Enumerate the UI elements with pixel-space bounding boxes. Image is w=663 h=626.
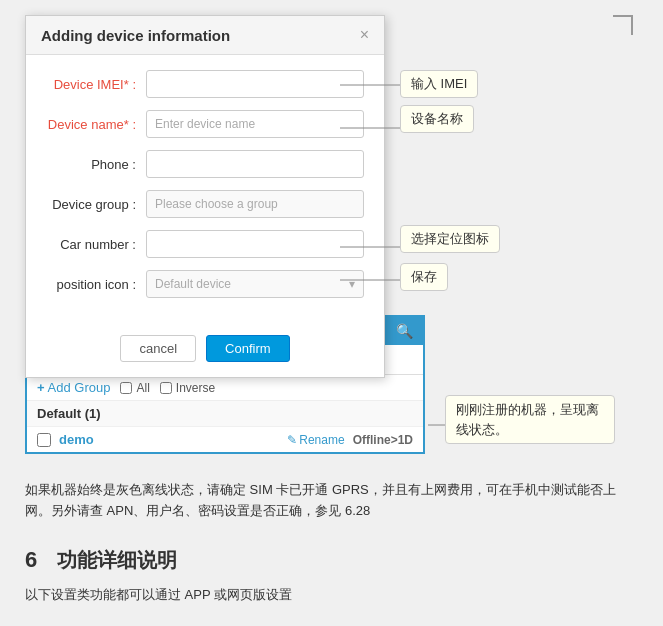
device-name-input[interactable] — [146, 110, 364, 138]
position-icon-row: position icon : Default device ▾ — [46, 270, 364, 298]
car-number-row: Car number : — [46, 230, 364, 258]
bottom-text-area: 如果机器始终是灰色离线状态，请确定 SIM 卡已开通 GPRS，并且有上网费用，… — [25, 480, 638, 606]
imei-input[interactable] — [146, 70, 364, 98]
device-group-placeholder: Please choose a group — [155, 197, 278, 211]
device-item-checkbox[interactable] — [37, 433, 51, 447]
position-icon-callout-text: 选择定位图标 — [411, 231, 489, 246]
section-number: 6 — [25, 542, 37, 577]
modal-body: Device IMEI* : Device name* : Phone : De… — [26, 55, 384, 325]
device-group-label: Device group : — [46, 197, 146, 212]
position-icon-value: Default device — [155, 277, 231, 291]
device-status: Offline>1D — [353, 433, 413, 447]
position-icon-callout: 选择定位图标 — [400, 225, 500, 253]
plus-icon: + — [37, 380, 45, 395]
device-name-label: Device name* : — [46, 117, 146, 132]
position-icon-label: position icon : — [46, 277, 146, 292]
device-group-header: Default (1) — [27, 401, 423, 426]
add-group-button[interactable]: + Add Group — [37, 380, 110, 395]
inverse-label: Inverse — [176, 381, 215, 395]
position-icon-select[interactable]: Default device ▾ — [146, 270, 364, 298]
corner-decoration — [613, 15, 633, 35]
group-name: Default — [37, 406, 81, 421]
phone-input[interactable] — [146, 150, 364, 178]
all-label: All — [136, 381, 149, 395]
save-callout: 保存 — [400, 263, 448, 291]
imei-label: Device IMEI* : — [46, 77, 146, 92]
phone-label: Phone : — [46, 157, 146, 172]
device-group-select[interactable]: Please choose a group — [146, 190, 364, 218]
section-heading: 6 功能详细说明 — [25, 542, 638, 577]
search-icon[interactable]: 🔍 — [396, 323, 413, 339]
car-number-label: Car number : — [46, 237, 146, 252]
modal-close-button[interactable]: × — [360, 26, 369, 44]
device-item: demo ✎ Rename Offline>1D — [27, 426, 423, 452]
panel-callout-text: 刚刚注册的机器，呈现离线状态。 — [456, 402, 599, 437]
device-name-callout-text: 设备名称 — [411, 111, 463, 126]
rename-icon: ✎ — [287, 433, 297, 447]
modal-header: Adding device information × — [26, 16, 384, 55]
modal-title: Adding device information — [41, 27, 230, 44]
device-name-row: Device name* : — [46, 110, 364, 138]
device-name-callout: 设备名称 — [400, 105, 474, 133]
modal-dialog: Adding device information × Device IMEI*… — [25, 15, 385, 378]
modal-footer: cancel Confirm — [26, 325, 384, 377]
device-rename-button[interactable]: ✎ Rename — [287, 433, 344, 447]
inverse-checkbox[interactable] — [160, 382, 172, 394]
car-number-input[interactable] — [146, 230, 364, 258]
device-item-name: demo — [59, 432, 279, 447]
all-checkbox[interactable] — [120, 382, 132, 394]
section-title: 功能详细说明 — [57, 544, 177, 576]
imei-callout: 输入 IMEI — [400, 70, 478, 98]
cancel-button[interactable]: cancel — [120, 335, 196, 362]
group-count: (1) — [85, 406, 101, 421]
add-group-label: Add Group — [48, 380, 111, 395]
imei-row: Device IMEI* : — [46, 70, 364, 98]
phone-row: Phone : — [46, 150, 364, 178]
bottom-paragraph: 如果机器始终是灰色离线状态，请确定 SIM 卡已开通 GPRS，并且有上网费用，… — [25, 480, 638, 522]
imei-callout-text: 输入 IMEI — [411, 76, 467, 91]
confirm-button[interactable]: Confirm — [206, 335, 290, 362]
panel-toolbar: + Add Group All Inverse — [27, 375, 423, 401]
panel-callout: 刚刚注册的机器，呈现离线状态。 — [445, 395, 615, 444]
device-group-row: Device group : Please choose a group — [46, 190, 364, 218]
rename-label: Rename — [299, 433, 344, 447]
all-checkbox-label[interactable]: All — [120, 381, 149, 395]
sub-text: 以下设置类功能都可以通过 APP 或网页版设置 — [25, 585, 638, 606]
inverse-checkbox-label[interactable]: Inverse — [160, 381, 215, 395]
save-callout-text: 保存 — [411, 269, 437, 284]
